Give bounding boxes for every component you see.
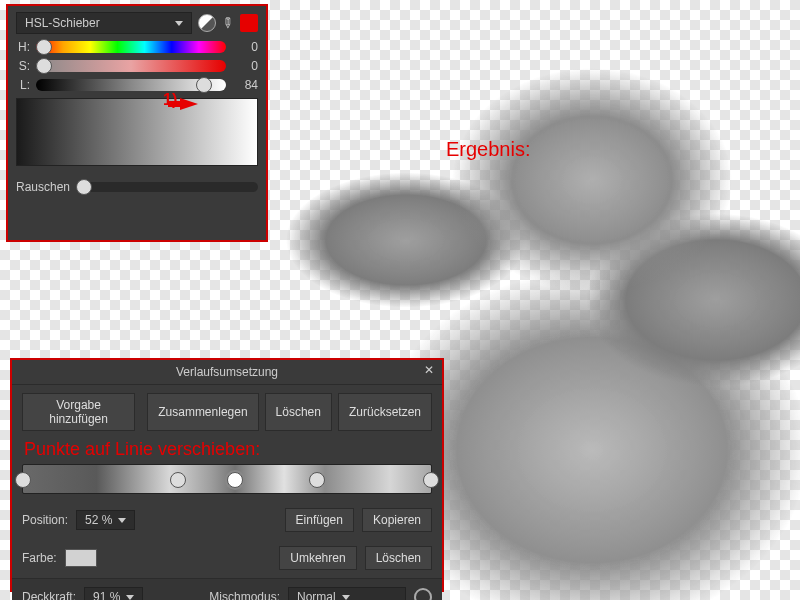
merge-button[interactable]: Zusammenlegen bbox=[147, 393, 258, 431]
sat-row: S: 0 bbox=[16, 59, 258, 73]
chevron-down-icon bbox=[342, 595, 350, 600]
color-swatch-button[interactable] bbox=[65, 549, 97, 567]
hsl-mode-dropdown[interactable]: HSL-Schieber bbox=[16, 12, 192, 34]
color-label: Farbe: bbox=[22, 551, 57, 565]
position-dropdown[interactable]: 52 % bbox=[76, 510, 135, 530]
noise-slider[interactable] bbox=[76, 182, 258, 192]
blendmode-dropdown[interactable]: Normal bbox=[288, 587, 406, 600]
close-icon[interactable]: ✕ bbox=[422, 364, 436, 378]
gradient-stop[interactable] bbox=[170, 472, 186, 488]
gradient-stop[interactable] bbox=[423, 472, 439, 488]
gradient-stop-selected[interactable] bbox=[227, 472, 243, 488]
noise-thumb[interactable] bbox=[76, 179, 92, 195]
gear-icon[interactable] bbox=[414, 588, 432, 600]
lig-thumb[interactable] bbox=[196, 77, 212, 93]
hue-thumb[interactable] bbox=[36, 39, 52, 55]
chevron-down-icon bbox=[175, 21, 183, 26]
add-preset-button[interactable]: Vorgabe hinzufügen bbox=[22, 393, 135, 431]
gradient-preview[interactable] bbox=[16, 98, 258, 166]
color-swatch[interactable] bbox=[240, 14, 258, 32]
sat-label: S: bbox=[16, 59, 30, 73]
gradient-stop[interactable] bbox=[15, 472, 31, 488]
eyedropper-icon[interactable]: ✎ bbox=[218, 13, 238, 33]
lig-row: L: 84 bbox=[16, 78, 258, 92]
hue-label: H: bbox=[16, 40, 30, 54]
hue-value: 0 bbox=[232, 40, 258, 54]
position-value: 52 % bbox=[85, 513, 112, 527]
panel-titlebar[interactable]: Verlaufsumsetzung ✕ bbox=[12, 360, 442, 385]
blendmode-value: Normal bbox=[297, 590, 336, 600]
sat-slider[interactable] bbox=[36, 60, 226, 72]
gradient-ramp[interactable] bbox=[22, 464, 432, 494]
hue-slider[interactable] bbox=[36, 41, 226, 53]
lig-value: 84 bbox=[232, 78, 258, 92]
chevron-down-icon bbox=[126, 595, 134, 600]
result-label: Ergebnis: bbox=[446, 138, 531, 161]
chevron-down-icon bbox=[118, 518, 126, 523]
lig-slider[interactable] bbox=[36, 79, 226, 91]
opacity-value: 91 % bbox=[93, 590, 120, 600]
gradient-stop[interactable] bbox=[309, 472, 325, 488]
copy-button[interactable]: Kopieren bbox=[362, 508, 432, 532]
noise-label: Rauschen bbox=[16, 180, 70, 194]
insert-button[interactable]: Einfügen bbox=[285, 508, 354, 532]
hsl-panel: HSL-Schieber ✎ H: 0 S: 0 L: 84 1) Rausch… bbox=[6, 4, 268, 242]
arrow-icon bbox=[180, 98, 198, 110]
opacity-label: Deckkraft: bbox=[22, 590, 76, 600]
hue-row: H: 0 bbox=[16, 40, 258, 54]
gradient-map-panel: Verlaufsumsetzung ✕ Vorgabe hinzufügen Z… bbox=[10, 358, 444, 592]
opacity-dropdown[interactable]: 91 % bbox=[84, 587, 143, 600]
no-color-icon[interactable] bbox=[198, 14, 216, 32]
lig-label: L: bbox=[16, 78, 30, 92]
blendmode-label: Mischmodus: bbox=[209, 590, 280, 600]
delete-button[interactable]: Löschen bbox=[265, 393, 332, 431]
panel-title: Verlaufsumsetzung bbox=[176, 365, 278, 379]
sat-value: 0 bbox=[232, 59, 258, 73]
reverse-button[interactable]: Umkehren bbox=[279, 546, 356, 570]
move-points-annotation: Punkte auf Linie verschieben: bbox=[24, 439, 432, 460]
delete-stop-button[interactable]: Löschen bbox=[365, 546, 432, 570]
sat-thumb[interactable] bbox=[36, 58, 52, 74]
hsl-mode-value: HSL-Schieber bbox=[25, 16, 100, 30]
reset-button[interactable]: Zurücksetzen bbox=[338, 393, 432, 431]
position-label: Position: bbox=[22, 513, 68, 527]
